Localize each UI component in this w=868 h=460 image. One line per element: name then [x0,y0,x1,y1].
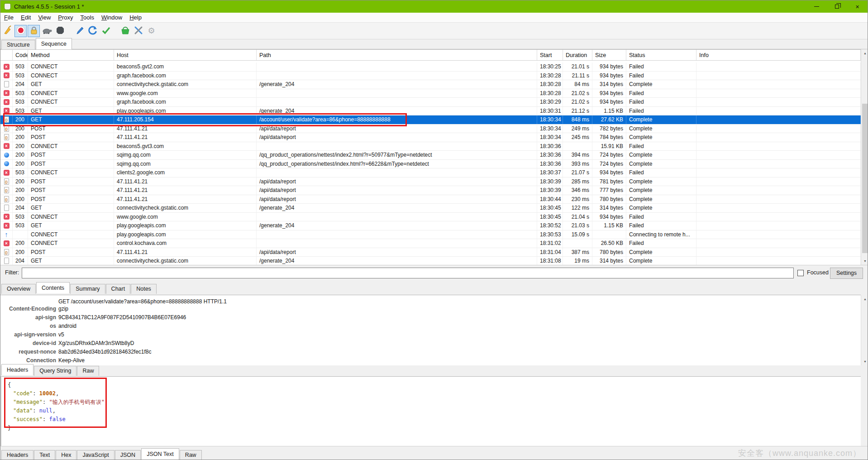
cell-method: POST [28,125,114,133]
menu-item-edit[interactable]: Edit [17,13,34,22]
menu-item-view[interactable]: View [34,13,54,22]
response-tab-javascript[interactable]: JavaScript [77,450,114,460]
table-row[interactable]: ×503CONNECTbeacons5.gvt2.com18:30:2521.0… [0,62,861,72]
table-row[interactable]: 204GETconnectivitycheck.gstatic.com/gene… [0,80,861,89]
cell-code: 200 [13,125,28,133]
response-tab-headers[interactable]: Headers [1,450,33,460]
table-scrollbar[interactable]: ▲ ▼ [861,49,868,265]
scroll-down-icon[interactable]: ▼ [861,358,868,365]
table-row[interactable]: ×503CONNECTclients2.google.com18:30:3721… [0,168,861,177]
tab-structure[interactable]: Structure [1,40,35,50]
cell-start: 18:30:36 [537,160,563,168]
settings-button[interactable]: Settings [830,268,863,279]
scroll-down-icon[interactable]: ▼ [861,257,868,265]
table-row[interactable]: ×200CONNECTcontrol.kochava.com18:31:0226… [0,239,861,248]
scroll-up-icon[interactable]: ▲ [861,295,868,303]
column-header-method[interactable]: Method [28,50,114,60]
column-header-size[interactable]: Size [592,50,626,60]
table-row[interactable]: 204GETconnectivitycheck.gstatic.com/gene… [0,204,861,213]
json-line: "success": false [8,415,861,424]
refresh-button[interactable] [86,25,99,37]
table-row[interactable]: ↑CONNECTplay.googleapis.com18:30:5315.09… [0,230,861,240]
table-row[interactable]: {}200POST47.111.41.21/api/data/report18:… [0,248,861,257]
minimize-button[interactable] [806,0,827,13]
table-row[interactable]: {}200POST47.111.41.21/api/data/report18:… [0,133,861,142]
menu-item-help[interactable]: Help [126,13,145,22]
restore-button[interactable] [827,0,847,13]
cell-method: POST [28,151,114,159]
column-header-info[interactable]: Info [696,50,861,60]
cell-icon: × [0,72,13,80]
table-row[interactable]: ×503CONNECTwww.google.com18:30:2821.02 s… [0,89,861,98]
menu-item-window[interactable]: Window [98,13,126,22]
column-header-host[interactable]: Host [114,50,257,60]
cell-start: 18:30:34 [537,133,563,142]
json-document-icon: {} [4,116,9,123]
turtle-icon [42,25,52,37]
focused-checkbox[interactable] [797,270,804,276]
tab-chart[interactable]: Chart [106,284,131,294]
basket-button[interactable] [119,25,131,37]
contents-scrollbar[interactable]: ▲ ▼ [861,295,868,365]
lock-button[interactable] [28,25,40,37]
request-tab-raw[interactable]: Raw [77,366,99,376]
menu-item-file[interactable]: File [0,13,17,22]
broom-button[interactable] [1,25,14,37]
scroll-up-icon[interactable]: ▲ [861,49,868,57]
table-row[interactable]: 200POSTsqimg.qq.com/qq_product_operation… [0,151,861,160]
table-row[interactable]: {}200POST47.111.41.21/api/data/report18:… [0,125,861,134]
cell-host: 47.111.41.21 [114,133,257,142]
record-button[interactable] [14,25,27,37]
cell-host: beacons5.gvt2.com [114,62,257,71]
request-tab-query-string[interactable]: Query String [34,366,76,376]
response-tab-text[interactable]: Text [34,450,55,460]
table-row[interactable]: {}200POST47.111.41.21/api/data/report18:… [0,186,861,195]
tab-contents[interactable]: Contents [36,282,70,293]
cell-host: connectivitycheck.gstatic.com [114,80,257,89]
table-row[interactable]: ×200CONNECTbeacons5.gvt3.com18:30:3615.9… [0,142,861,151]
check-button[interactable] [100,25,112,37]
column-header-start[interactable]: Start [537,50,563,60]
tab-overview[interactable]: Overview [1,284,36,294]
response-tab-json-text[interactable]: JSON Text [141,448,179,460]
table-row[interactable]: {}200POST47.111.41.21/api/data/report18:… [0,195,861,204]
column-header-icon[interactable] [0,50,13,60]
response-tab-raw[interactable]: Raw [180,450,202,460]
tab-summary[interactable]: Summary [70,284,105,294]
blue-dot-icon [4,161,9,166]
response-tab-hex[interactable]: Hex [56,450,76,460]
table-row[interactable]: ×503CONNECTgraph.facebook.com18:30:2921.… [0,98,861,107]
gear-button[interactable]: ⚙ [145,25,157,37]
up-arrow-icon: ↑ [5,231,8,237]
column-header-code[interactable]: Code [13,50,28,60]
menu-item-proxy[interactable]: Proxy [54,13,76,22]
tab-notes[interactable]: Notes [131,284,157,294]
table-row[interactable]: ×503GETplay.googleapis.com/generate_2041… [0,221,861,230]
cell-status: Complete [626,160,696,168]
table-row[interactable]: 204GETconnectivitycheck.gstatic.com/gene… [0,257,861,265]
menu-item-tools[interactable]: Tools [77,13,98,22]
close-button[interactable]: × [847,0,868,13]
pen-button[interactable] [73,25,86,37]
column-header-status[interactable]: Status [626,50,696,60]
cell-method: CONNECT [28,168,114,177]
turtle-button[interactable] [41,25,53,37]
column-header-path[interactable]: Path [257,50,537,60]
response-tab-json[interactable]: JSON [115,450,141,460]
table-scrollbar-thumb[interactable] [862,104,868,253]
tab-sequence[interactable]: Sequence [36,38,72,49]
stop-button[interactable] [54,25,66,37]
table-row[interactable]: ×503CONNECTwww.google.com18:30:4521.04 s… [0,213,861,222]
table-row[interactable]: ×503GETplay.googleapis.com/generate_2041… [0,107,861,116]
table-row[interactable]: {}200POST47.111.41.21/api/data/report18:… [0,177,861,187]
cell-info [696,204,861,212]
request-tab-headers[interactable]: Headers [1,364,33,375]
filter-input[interactable] [22,268,794,278]
table-row[interactable]: ×503CONNECTgraph.facebook.com18:30:2821.… [0,72,861,81]
table-row[interactable]: 200POSTsqimg.qq.com/qq_product_operation… [0,160,861,169]
cell-icon: × [0,107,13,115]
table-row[interactable]: {}200GET47.111.205.154/account/user/vali… [0,115,861,125]
column-header-duration[interactable]: Duration [563,50,592,60]
tools-button[interactable] [132,25,144,37]
view-tabs: OverviewContentsSummaryChartNotes [1,282,157,293]
